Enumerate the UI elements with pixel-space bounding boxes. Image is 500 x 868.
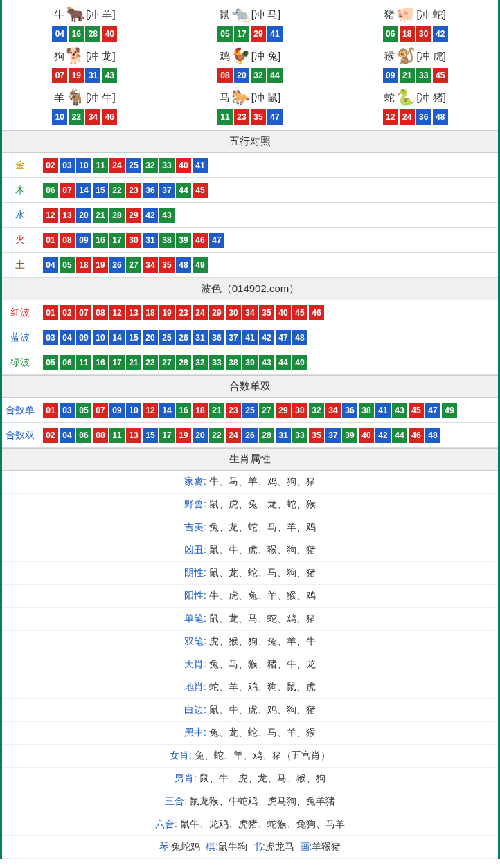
zodiac-name: 鸡	[220, 50, 230, 63]
zodiac-chong: [冲 猪]	[416, 91, 446, 105]
number-ball: 02	[43, 158, 58, 173]
number-ball: 20	[143, 330, 158, 345]
number-ball: 17	[234, 26, 249, 42]
table-row: 红波 0102070812131819232429303435404546	[2, 300, 498, 325]
number-ball: 05	[217, 26, 233, 42]
attr-row: 地肖: 蛇、羊、鸡、狗、鼠、虎	[2, 676, 498, 699]
attr-value: 牛、马、羊、鸡、狗、猪	[209, 476, 316, 487]
zodiac-chong: [冲 兔]	[251, 50, 281, 63]
number-ball: 44	[392, 428, 407, 443]
attr-row: 野兽: 鼠、虎、兔、龙、蛇、猴	[2, 494, 498, 516]
number-ball: 30	[416, 26, 431, 42]
attr-value: 鼠、龙、蛇、马、狗、猪	[209, 567, 316, 578]
zodiac-cell: 羊🐐[冲 牛] 10223446	[2, 86, 168, 127]
number-ball: 36	[416, 109, 431, 125]
row-label: 火	[2, 234, 38, 246]
number-ball: 16	[176, 403, 191, 418]
attr-value: 鼠、牛、虎、猴、狗、猪	[209, 544, 316, 555]
number-ball: 17	[159, 428, 175, 443]
attr-value: 鼠牛、龙鸡、虎猪、蛇猴、兔狗、马羊	[180, 818, 345, 829]
number-ball: 09	[76, 233, 91, 248]
number-ball: 37	[325, 428, 341, 443]
number-ball: 40	[102, 26, 117, 42]
row-label: 蓝波	[2, 332, 38, 344]
number-ball: 31	[85, 68, 100, 83]
number-ball: 10	[126, 403, 141, 418]
number-ball: 32	[251, 68, 266, 83]
attr-label: 凶丑:	[184, 544, 206, 555]
number-ball: 42	[259, 330, 274, 345]
number-ball: 12	[109, 305, 125, 320]
row-label: 合数双	[2, 429, 38, 442]
number-ball: 26	[109, 257, 125, 273]
number-ball: 20	[234, 68, 249, 83]
attrs-rows: 家禽: 牛、马、羊、鸡、狗、猪野兽: 鼠、虎、兔、龙、蛇、猴吉美: 兔、龙、蛇、…	[2, 471, 498, 836]
number-ball: 24	[400, 109, 415, 125]
attr-value: 兔、龙、蛇、马、羊、鸡	[209, 521, 316, 532]
attr-label: 六合:	[155, 818, 177, 829]
zodiac-cell: 牛🐂[冲 羊] 04162840	[2, 3, 168, 44]
number-ball: 43	[159, 208, 175, 223]
number-ball: 30	[126, 233, 141, 248]
number-ball: 21	[209, 403, 224, 418]
row-label: 土	[2, 259, 38, 271]
number-ball: 45	[409, 403, 424, 418]
number-ball: 41	[242, 330, 258, 345]
number-ball: 15	[93, 183, 108, 198]
number-ball: 01	[43, 305, 58, 320]
zodiac-name: 狗	[54, 50, 64, 63]
zodiac-cell: 鼠🐀[冲 马] 05172941	[168, 3, 333, 44]
number-ball: 04	[60, 330, 75, 345]
number-ball: 21	[126, 355, 141, 370]
number-ball: 13	[60, 208, 75, 223]
number-ball: 28	[259, 428, 274, 443]
zodiac-icon: 🐐	[66, 89, 84, 107]
number-ball: 23	[176, 305, 191, 320]
zodiac-icon: 🐀	[231, 6, 250, 24]
number-ball: 24	[193, 305, 208, 320]
attr-row: 双笔: 虎、猴、狗、兔、羊、牛	[2, 631, 498, 653]
section-bose-header: 波色（014902.com）	[2, 278, 498, 300]
zodiac-name: 蛇	[384, 91, 395, 105]
attr-value: 鼠、牛、虎、鸡、狗、猪	[209, 704, 316, 715]
zodiac-cell: 鸡🐓[冲 兔] 08203244	[168, 44, 333, 86]
row-label: 金	[2, 159, 38, 172]
zodiac-chong: [冲 马]	[251, 8, 281, 21]
zodiac-icon: 🐍	[396, 89, 415, 107]
footer-row: 琴:兔蛇鸡 棋:鼠牛狗 书:虎龙马 画:羊猴猪	[2, 836, 498, 859]
bose-rows: 红波 0102070812131819232429303435404546 蓝波…	[2, 300, 498, 375]
number-ball: 35	[309, 428, 324, 443]
number-ball: 06	[43, 183, 58, 198]
number-ball: 39	[342, 428, 357, 443]
number-ball: 26	[176, 330, 191, 345]
zodiac-name: 猪	[384, 8, 395, 21]
number-ball: 17	[109, 355, 125, 370]
attr-value: 鼠、龙、马、蛇、鸡、猪	[209, 613, 316, 624]
zodiac-cell: 马🐎[冲 鼠] 11233547	[168, 86, 333, 127]
number-ball: 18	[143, 305, 158, 320]
number-ball: 16	[93, 233, 108, 248]
number-ball: 43	[259, 355, 274, 370]
number-ball: 46	[309, 305, 324, 320]
row-label: 木	[2, 184, 38, 197]
row-content: 04051819262734354849	[38, 255, 498, 275]
number-ball: 41	[193, 158, 208, 173]
number-ball: 29	[251, 26, 266, 42]
attr-row: 阳性: 牛、虎、兔、羊、猴、鸡	[2, 585, 498, 608]
attr-value: 鼠龙猴、牛蛇鸡、虎马狗、兔羊猪	[190, 795, 335, 806]
number-ball: 42	[433, 26, 448, 42]
number-ball: 39	[176, 233, 191, 248]
zodiac-grid: 牛🐂[冲 羊] 04162840 鼠🐀[冲 马] 05172941 猪🐖[冲 蛇…	[2, 0, 498, 130]
number-ball: 16	[69, 26, 84, 42]
attr-row: 女肖: 兔、蛇、羊、鸡、猪（五宫肖）	[2, 745, 498, 768]
number-ball: 23	[234, 109, 249, 125]
number-ball: 23	[126, 183, 141, 198]
number-ball: 46	[409, 428, 424, 443]
zodiac-name: 猴	[384, 50, 395, 63]
number-ball: 30	[292, 403, 307, 418]
number-ball: 36	[342, 403, 357, 418]
number-ball: 40	[359, 428, 374, 443]
number-ball: 06	[383, 26, 398, 42]
number-ball: 35	[159, 257, 175, 273]
number-ball: 45	[193, 183, 208, 198]
